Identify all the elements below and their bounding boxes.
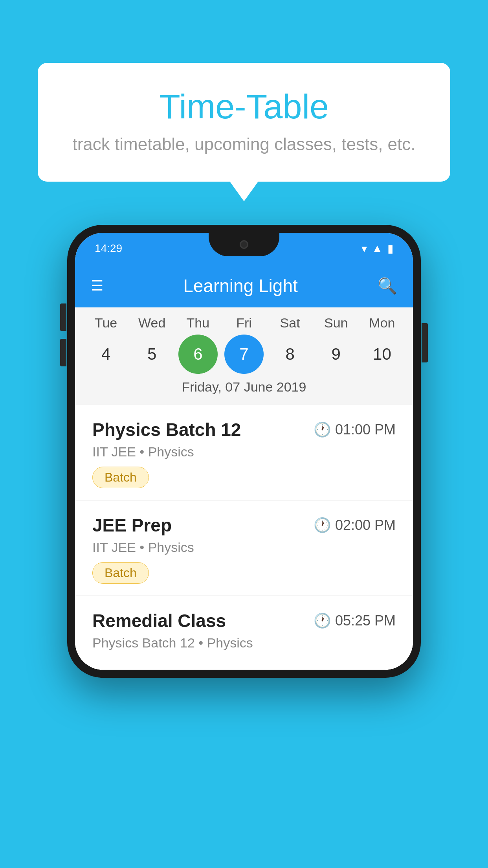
app-title: Learning Light xyxy=(183,275,298,296)
calendar-strip: Tue Wed Thu Fri Sat Sun Mon 4 5 6 7 8 9 … xyxy=(75,307,413,405)
class-item-3[interactable]: Remedial Class 🕐 05:25 PM Physics Batch … xyxy=(75,596,413,670)
day-fri: Fri xyxy=(224,315,264,331)
content-area: Physics Batch 12 🕐 01:00 PM IIT JEE • Ph… xyxy=(75,405,413,670)
class-name-3: Remedial Class xyxy=(92,610,226,631)
phone-outer: 14:29 ▾ ▲ ▮ ☰ Learning Light 🔍 Tue xyxy=(67,225,421,678)
class-meta-3: Physics Batch 12 • Physics xyxy=(92,635,396,651)
date-8[interactable]: 8 xyxy=(270,335,310,374)
class-meta-1: IIT JEE • Physics xyxy=(92,444,396,460)
status-time: 14:29 xyxy=(95,242,122,255)
batch-badge-1: Batch xyxy=(92,467,149,488)
day-sun: Sun xyxy=(316,315,356,331)
class-item-2[interactable]: JEE Prep 🕐 02:00 PM IIT JEE • Physics Ba… xyxy=(75,500,413,596)
camera xyxy=(240,240,248,249)
class-name-1: Physics Batch 12 xyxy=(92,419,241,440)
class-item-header-2: JEE Prep 🕐 02:00 PM xyxy=(92,515,396,536)
volume-up-button[interactable] xyxy=(60,303,66,331)
day-wed: Wed xyxy=(132,315,172,331)
class-time-3: 🕐 05:25 PM xyxy=(314,612,396,629)
class-name-2: JEE Prep xyxy=(92,515,172,536)
status-icons: ▾ ▲ ▮ xyxy=(361,242,393,255)
dates-row: 4 5 6 7 8 9 10 xyxy=(75,335,413,374)
day-tue: Tue xyxy=(86,315,126,331)
power-button[interactable] xyxy=(422,323,428,362)
app-bar: ☰ Learning Light 🔍 xyxy=(75,264,413,307)
batch-badge-2: Batch xyxy=(92,562,149,584)
notch xyxy=(209,233,279,256)
class-time-1: 🕐 01:00 PM xyxy=(314,421,396,438)
date-5[interactable]: 5 xyxy=(132,335,172,374)
class-item-header-3: Remedial Class 🕐 05:25 PM xyxy=(92,610,396,631)
date-6-today[interactable]: 6 xyxy=(178,335,218,374)
date-7-selected[interactable]: 7 xyxy=(224,335,264,374)
day-sat: Sat xyxy=(270,315,310,331)
battery-icon: ▮ xyxy=(387,242,393,255)
date-4[interactable]: 4 xyxy=(86,335,126,374)
menu-icon[interactable]: ☰ xyxy=(91,278,103,294)
day-mon: Mon xyxy=(362,315,402,331)
wifi-icon: ▾ xyxy=(361,242,367,255)
bubble-pointer xyxy=(230,182,258,201)
clock-icon-3: 🕐 xyxy=(314,612,331,629)
days-header: Tue Wed Thu Fri Sat Sun Mon xyxy=(75,315,413,331)
class-item-header-1: Physics Batch 12 🕐 01:00 PM xyxy=(92,419,396,440)
clock-icon-2: 🕐 xyxy=(314,517,331,533)
date-10[interactable]: 10 xyxy=(362,335,402,374)
search-icon[interactable]: 🔍 xyxy=(378,277,397,295)
day-thu: Thu xyxy=(178,315,218,331)
phone-mockup: 14:29 ▾ ▲ ▮ ☰ Learning Light 🔍 Tue xyxy=(67,225,421,678)
speech-bubble: Time-Table track timetable, upcoming cla… xyxy=(38,63,450,182)
clock-icon-1: 🕐 xyxy=(314,421,331,438)
date-9[interactable]: 9 xyxy=(316,335,356,374)
status-bar: 14:29 ▾ ▲ ▮ xyxy=(75,233,413,264)
bubble-subtitle: track timetable, upcoming classes, tests… xyxy=(69,134,419,154)
selected-date-label: Friday, 07 June 2019 xyxy=(75,379,413,401)
volume-down-button[interactable] xyxy=(60,339,66,366)
class-time-2: 🕐 02:00 PM xyxy=(314,517,396,533)
class-meta-2: IIT JEE • Physics xyxy=(92,540,396,555)
signal-icon: ▲ xyxy=(372,242,383,255)
phone-screen: 14:29 ▾ ▲ ▮ ☰ Learning Light 🔍 Tue xyxy=(75,233,413,670)
class-item-1[interactable]: Physics Batch 12 🕐 01:00 PM IIT JEE • Ph… xyxy=(75,405,413,500)
bubble-title: Time-Table xyxy=(69,86,419,127)
speech-bubble-wrapper: Time-Table track timetable, upcoming cla… xyxy=(38,63,450,201)
